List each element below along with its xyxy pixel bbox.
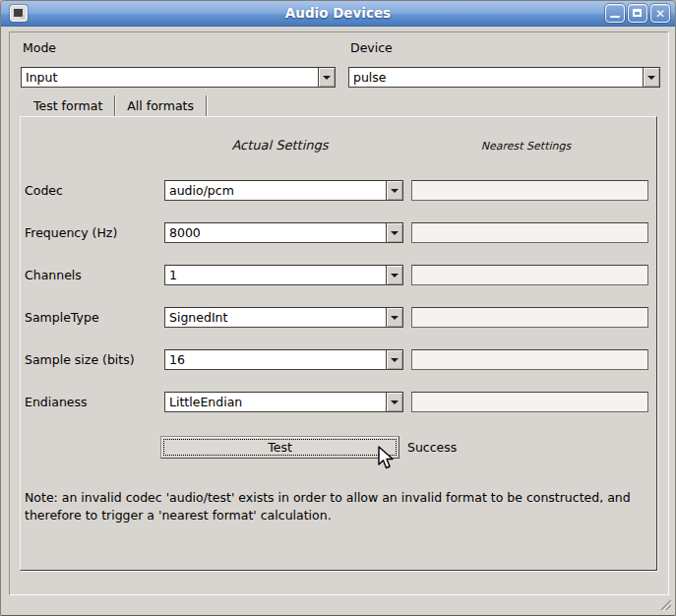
codec-label: Codec <box>25 180 63 201</box>
minimize-icon <box>610 16 620 18</box>
endianess-combobox[interactable]: LittleEndian <box>164 392 403 412</box>
content-frame: Mode Input Device pulse Test format All … <box>9 31 669 595</box>
window-controls: ✕ <box>605 4 670 23</box>
chevron-down-icon <box>391 358 399 362</box>
actual-settings-header: Actual Settings <box>160 138 399 153</box>
codec-nearest-field <box>411 180 648 201</box>
close-button[interactable]: ✕ <box>650 4 670 23</box>
device-value: pulse <box>349 68 643 87</box>
mode-label: Mode <box>23 40 56 56</box>
codec-combobox[interactable]: audio/pcm <box>164 180 403 201</box>
device-dropdown-arrow[interactable] <box>643 68 659 87</box>
chevron-down-icon <box>647 76 655 80</box>
samplesize-dropdown-arrow[interactable] <box>386 350 402 369</box>
endianess-nearest-field <box>411 392 648 412</box>
device-combobox[interactable]: pulse <box>348 67 660 88</box>
sampletype-value: SignedInt <box>165 308 386 327</box>
mode-value: Input <box>22 68 318 87</box>
chevron-down-icon <box>391 400 399 404</box>
tab-all-formats[interactable]: All formats <box>115 95 207 117</box>
maximize-button[interactable] <box>628 4 647 23</box>
row-frequency: Frequency (Hz) 8000 <box>25 222 654 243</box>
frequency-nearest-field <box>411 222 648 243</box>
row-samplesize: Sample size (bits) 16 <box>25 349 654 370</box>
tab-bar: Test format All formats <box>22 95 207 117</box>
window-title: Audio Devices <box>1 5 675 21</box>
row-channels: Channels 1 <box>25 265 654 285</box>
frequency-label: Frequency (Hz) <box>25 222 117 243</box>
chevron-down-icon <box>391 231 399 235</box>
nearest-settings-header: Nearest Settings <box>407 140 645 153</box>
channels-combobox[interactable]: 1 <box>164 265 403 285</box>
sampletype-nearest-field <box>411 307 648 328</box>
audio-devices-window: Audio Devices ✕ Mode Input Device pulse <box>0 0 676 616</box>
test-button[interactable]: Test <box>160 436 399 459</box>
mode-combobox[interactable]: Input <box>21 67 336 88</box>
chevron-down-icon <box>391 274 399 277</box>
endianess-dropdown-arrow[interactable] <box>386 393 402 411</box>
mode-dropdown-arrow[interactable] <box>318 68 335 87</box>
chevron-down-icon <box>323 76 331 80</box>
frequency-value: 8000 <box>165 223 386 242</box>
samplesize-value: 16 <box>165 350 386 369</box>
minimize-button[interactable] <box>605 4 625 23</box>
resize-grip[interactable] <box>657 596 672 611</box>
frequency-dropdown-arrow[interactable] <box>386 223 402 242</box>
row-endianess: Endianess LittleEndian <box>25 392 654 412</box>
channels-nearest-field <box>411 265 648 285</box>
test-status-label: Success <box>407 439 457 457</box>
channels-label: Channels <box>25 265 82 285</box>
row-sampletype: SampleType SignedInt <box>25 307 654 328</box>
tab-test-format[interactable]: Test format <box>22 95 115 117</box>
sampletype-dropdown-arrow[interactable] <box>386 308 402 327</box>
endianess-value: LittleEndian <box>165 393 386 411</box>
device-label: Device <box>350 40 393 56</box>
chevron-down-icon <box>391 189 399 193</box>
samplesize-nearest-field <box>411 349 648 370</box>
endianess-label: Endianess <box>25 392 88 412</box>
chevron-down-icon <box>391 316 399 320</box>
channels-dropdown-arrow[interactable] <box>386 266 402 284</box>
samplesize-combobox[interactable]: 16 <box>164 349 403 370</box>
codec-dropdown-arrow[interactable] <box>386 181 402 200</box>
test-format-panel: Actual Settings Nearest Settings Codec a… <box>20 116 657 571</box>
titlebar[interactable]: Audio Devices ✕ <box>1 1 675 27</box>
sampletype-combobox[interactable]: SignedInt <box>164 307 403 328</box>
close-icon: ✕ <box>651 6 669 22</box>
frequency-combobox[interactable]: 8000 <box>164 222 403 243</box>
sampletype-label: SampleType <box>25 307 99 328</box>
channels-value: 1 <box>165 266 386 284</box>
maximize-icon <box>633 9 642 17</box>
codec-value: audio/pcm <box>165 181 386 200</box>
row-codec: Codec audio/pcm <box>25 180 654 201</box>
note-text: Note: an invalid codec 'audio/test' exis… <box>25 489 650 524</box>
samplesize-label: Sample size (bits) <box>25 349 135 370</box>
